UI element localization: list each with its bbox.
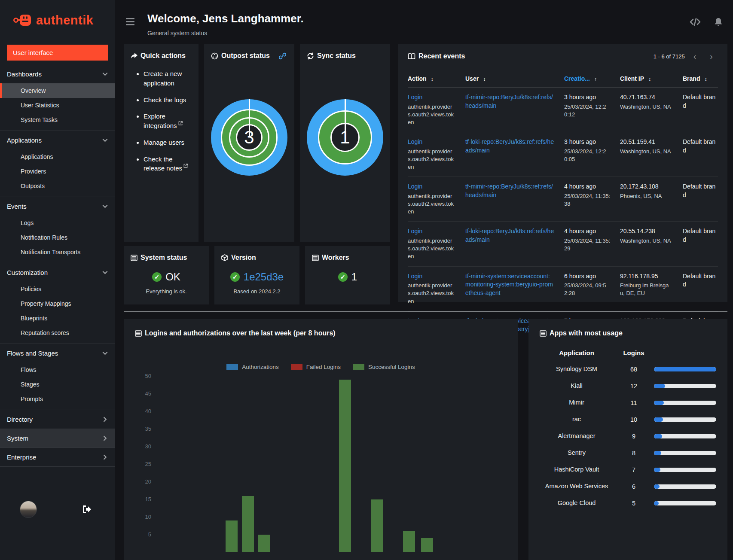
event-creation-cell: 4 hours ago25/03/2024, 11:35:38 — [564, 183, 611, 216]
app-usage-bar — [654, 417, 716, 422]
event-action-link[interactable]: Login — [408, 227, 456, 236]
column-label: User — [465, 75, 479, 82]
event-user-link[interactable]: tf-mimir-system:serviceaccount:monitorin… — [465, 273, 553, 296]
sidebar-section-dashboards: DashboardsOverviewUser StatisticsSystem … — [0, 65, 115, 131]
events-column-action[interactable]: Action↕ — [408, 75, 456, 82]
event-brand-cell: Default brand — [683, 227, 718, 260]
chevron-right-icon — [102, 454, 108, 460]
quick-action-link[interactable]: Explore integrations — [144, 112, 192, 131]
event-timestamp: 25/03/2024, 09:52:28 — [564, 282, 611, 297]
apps-column-logins: Logins — [620, 349, 647, 356]
sidebar-item-dashboards[interactable]: Dashboards — [0, 65, 115, 83]
previous-page-button[interactable]: ‹ — [688, 52, 702, 61]
sidebar-item-blueprints[interactable]: Blueprints — [0, 311, 115, 326]
sidebar-item-enterprise[interactable]: Enterprise — [0, 448, 115, 466]
hamburger-menu-icon[interactable] — [125, 15, 135, 29]
sidebar-item-applications[interactable]: Applications — [0, 131, 115, 149]
sidebar-item-directory[interactable]: Directory — [0, 410, 115, 429]
sidebar-item-notification-rules[interactable]: Notification Rules — [0, 230, 115, 245]
sidebar-item-flows-and-stages[interactable]: Flows and Stages — [0, 344, 115, 362]
user-avatar[interactable] — [20, 501, 37, 518]
list-item: Alertmanager9 — [540, 428, 716, 444]
sidebar-item-stages[interactable]: Stages — [0, 377, 115, 392]
event-user-link[interactable]: tf-loki-repo:BeryJu/k8s:ref:refs/heads/m… — [465, 228, 554, 243]
sidebar-item-reputation-scores[interactable]: Reputation scores — [0, 326, 115, 340]
sidebar-subitems-flows-and-stages: FlowsStagesPrompts — [0, 362, 115, 410]
sidebar-item-applications[interactable]: Applications — [0, 149, 115, 164]
events-column-client-ip[interactable]: Client IP↕ — [620, 75, 673, 82]
sidebar-section-system: System — [0, 429, 115, 447]
event-action-cell: Loginauthentik.providers.oauth2.views.to… — [408, 227, 456, 260]
sidebar-item-system[interactable]: System — [0, 429, 115, 447]
event-user-link[interactable]: tf-mimir-repo:BeryJu/k8s:ref:refs/heads/… — [465, 183, 553, 198]
sidebar-item-outposts[interactable]: Outposts — [0, 179, 115, 193]
legend-swatch — [353, 364, 364, 370]
sync-status-card: Sync status 1 — [300, 44, 390, 242]
app-logins-count: 6 — [620, 483, 647, 490]
pagination-top: 1 - 6 of 7125 ‹ › — [654, 52, 718, 61]
sidebar-section-label: Flows and Stages — [7, 350, 58, 357]
sidebar-item-prompts[interactable]: Prompts — [0, 392, 115, 406]
app-usage-bar-fill — [654, 451, 661, 455]
legend-item-failed-logins: Failed Logins — [291, 364, 341, 370]
outpost-link-button[interactable] — [279, 52, 286, 60]
sidebar-item-events[interactable]: Events — [0, 197, 115, 216]
sidebar-item-policies[interactable]: Policies — [0, 282, 115, 296]
chevron-down-icon — [102, 204, 108, 209]
event-action-link[interactable]: Login — [408, 138, 456, 146]
chevron-right-icon — [102, 435, 108, 441]
sidebar-item-logs[interactable]: Logs — [0, 216, 115, 230]
logout-button[interactable] — [82, 505, 91, 514]
event-age: 4 hours ago — [564, 183, 611, 191]
sidebar-item-overview[interactable]: Overview — [0, 83, 115, 98]
event-creation-cell: 3 hours ago25/03/2024, 12:20:12 — [564, 93, 611, 126]
event-user-link[interactable]: tf-loki-repo:BeryJu/k8s:ref:refs/heads/m… — [465, 138, 554, 154]
app-usage-bar-fill — [654, 401, 664, 405]
event-action-link[interactable]: Login — [408, 93, 456, 102]
app-usage-bar-fill — [654, 484, 660, 489]
events-column-creatio-[interactable]: Creatio...↑ — [564, 75, 611, 82]
events-table-header: Action↕User↕Creatio...↑Client IP↕Brand↕ — [408, 72, 718, 88]
next-page-button[interactable]: › — [705, 52, 718, 61]
notifications-button[interactable] — [714, 17, 723, 27]
sidebar-item-providers[interactable]: Providers — [0, 164, 115, 179]
sidebar-item-customization[interactable]: Customization — [0, 263, 115, 282]
user-interface-button[interactable]: User interface — [7, 45, 108, 61]
sidebar-item-property-mappings[interactable]: Property Mappings — [0, 296, 115, 311]
quick-action-link[interactable]: Check the release notes — [144, 155, 192, 173]
api-browser-button[interactable] — [690, 17, 701, 27]
sort-icon: ↕ — [648, 76, 651, 82]
sidebar-item-system-tasks[interactable]: System Tasks — [0, 113, 115, 127]
event-user-link[interactable]: tf-mimir-repo:BeryJu/k8s:ref:refs/heads/… — [465, 94, 553, 109]
sidebar-section-label: Directory — [7, 416, 33, 423]
events-column-brand[interactable]: Brand↕ — [683, 75, 718, 82]
y-axis-tick-label: 15 — [137, 496, 151, 502]
recent-events-title: Recent events — [418, 52, 465, 60]
sidebar-section-enterprise: Enterprise — [0, 447, 115, 467]
quick-action-link[interactable]: Check the logs — [144, 95, 192, 105]
sidebar-section-label: Customization — [7, 269, 48, 276]
app-name: rac — [540, 415, 614, 424]
quick-action-link[interactable]: Manage users — [144, 138, 192, 147]
logins-chart-title: Logins and authorizations over the last … — [145, 329, 336, 337]
sort-icon: ↕ — [483, 76, 486, 82]
version-title: Version — [231, 254, 256, 262]
link-icon — [279, 52, 286, 60]
sidebar-item-flows[interactable]: Flows — [0, 362, 115, 377]
chevron-down-icon — [102, 350, 108, 356]
version-value-link[interactable]: 1e25d3e — [244, 271, 284, 283]
sidebar-section-label: Events — [7, 203, 27, 210]
list-item: Mimir11 — [540, 394, 716, 411]
event-brand-cell: Default brand — [683, 272, 718, 305]
events-column-user[interactable]: User↕ — [465, 75, 555, 82]
event-action-link[interactable]: Login — [408, 272, 456, 281]
event-timestamp: 25/03/2024, 12:20:05 — [564, 148, 611, 163]
table-row: Loginauthentik.providers.oauth2.views.to… — [408, 177, 718, 222]
event-action-link[interactable]: Login — [408, 183, 456, 191]
sort-icon: ↕ — [704, 76, 707, 82]
sidebar-item-notification-transports[interactable]: Notification Transports — [0, 245, 115, 259]
event-ip: 92.116.178.95 — [620, 272, 673, 281]
event-user-cell: tf-mimir-repo:BeryJu/k8s:ref:refs/heads/… — [465, 183, 555, 216]
sidebar-item-user-statistics[interactable]: User Statistics — [0, 98, 115, 113]
quick-action-link[interactable]: Create a new application — [144, 69, 192, 88]
